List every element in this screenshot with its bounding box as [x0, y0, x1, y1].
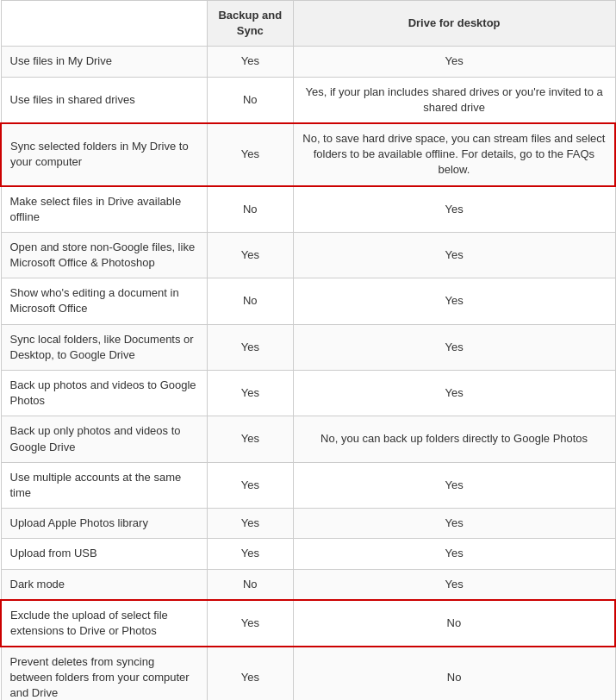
comparison-table-wrapper: Backup and Sync Drive for desktop Use fi…: [0, 0, 616, 700]
cell-feature: Exclude the upload of select file extens…: [1, 600, 207, 647]
table-row: Dark modeNoYes: [1, 569, 615, 600]
cell-drive: Yes: [293, 278, 615, 324]
cell-backup: Yes: [207, 416, 293, 462]
cell-feature: Use files in My Drive: [1, 47, 207, 77]
cell-feature: Back up photos and videos to Google Phot…: [1, 371, 207, 416]
table-row: Upload Apple Photos libraryYesYes: [1, 509, 615, 539]
cell-drive: Yes: [293, 371, 615, 416]
cell-backup: Yes: [207, 371, 293, 416]
cell-feature: Show who's editing a document in Microso…: [1, 278, 207, 324]
table-row: Prevent deletes from syncing between fol…: [1, 647, 615, 700]
table-row: Sync local folders, like Documents or De…: [1, 324, 615, 370]
table-row: Back up photos and videos to Google Phot…: [1, 371, 615, 416]
table-row: Sync selected folders in My Drive to you…: [1, 123, 615, 186]
cell-feature: Prevent deletes from syncing between fol…: [1, 647, 207, 700]
cell-backup: Yes: [207, 509, 293, 539]
header-backup: Backup and Sync: [207, 1, 293, 47]
comparison-table: Backup and Sync Drive for desktop Use fi…: [0, 0, 616, 700]
cell-drive: Yes: [293, 509, 615, 539]
cell-drive: Yes: [293, 462, 615, 508]
cell-drive: Yes: [293, 232, 615, 278]
cell-backup: No: [207, 569, 293, 600]
cell-backup: Yes: [207, 462, 293, 508]
cell-drive: No: [293, 647, 615, 700]
cell-feature: Dark mode: [1, 569, 207, 600]
cell-drive: Yes: [293, 186, 615, 233]
cell-drive: No, to save hard drive space, you can st…: [293, 123, 615, 186]
cell-feature: Use multiple accounts at the same time: [1, 462, 207, 508]
cell-feature: Sync local folders, like Documents or De…: [1, 324, 207, 370]
header-feature: [1, 1, 207, 47]
cell-feature: Sync selected folders in My Drive to you…: [1, 123, 207, 186]
cell-drive: Yes: [293, 324, 615, 370]
cell-feature: Upload Apple Photos library: [1, 509, 207, 539]
cell-backup: Yes: [207, 647, 293, 700]
cell-backup: Yes: [207, 47, 293, 77]
header-drive: Drive for desktop: [293, 1, 615, 47]
cell-drive: No: [293, 600, 615, 647]
table-body: Use files in My DriveYesYesUse files in …: [1, 47, 615, 700]
cell-feature: Make select files in Drive available off…: [1, 186, 207, 233]
cell-drive: Yes: [293, 569, 615, 600]
cell-drive: Yes: [293, 539, 615, 569]
cell-backup: No: [207, 278, 293, 324]
cell-backup: No: [207, 77, 293, 123]
cell-feature: Open and store non-Google files, like Mi…: [1, 232, 207, 278]
table-row: Use files in My DriveYesYes: [1, 47, 615, 77]
table-row: Back up only photos and videos to Google…: [1, 416, 615, 462]
cell-feature: Use files in shared drives: [1, 77, 207, 123]
table-row: Use multiple accounts at the same timeYe…: [1, 462, 615, 508]
table-row: Show who's editing a document in Microso…: [1, 278, 615, 324]
table-row: Exclude the upload of select file extens…: [1, 600, 615, 647]
cell-drive: Yes: [293, 47, 615, 77]
table-row: Upload from USBYesYes: [1, 539, 615, 569]
cell-feature: Upload from USB: [1, 539, 207, 569]
cell-backup: Yes: [207, 539, 293, 569]
cell-backup: No: [207, 186, 293, 233]
table-row: Open and store non-Google files, like Mi…: [1, 232, 615, 278]
table-header-row: Backup and Sync Drive for desktop: [1, 1, 615, 47]
cell-drive: No, you can back up folders directly to …: [293, 416, 615, 462]
cell-backup: Yes: [207, 123, 293, 186]
cell-feature: Back up only photos and videos to Google…: [1, 416, 207, 462]
table-row: Make select files in Drive available off…: [1, 186, 615, 233]
cell-drive: Yes, if your plan includes shared drives…: [293, 77, 615, 123]
cell-backup: Yes: [207, 324, 293, 370]
cell-backup: Yes: [207, 600, 293, 647]
table-row: Use files in shared drivesNoYes, if your…: [1, 77, 615, 123]
cell-backup: Yes: [207, 232, 293, 278]
